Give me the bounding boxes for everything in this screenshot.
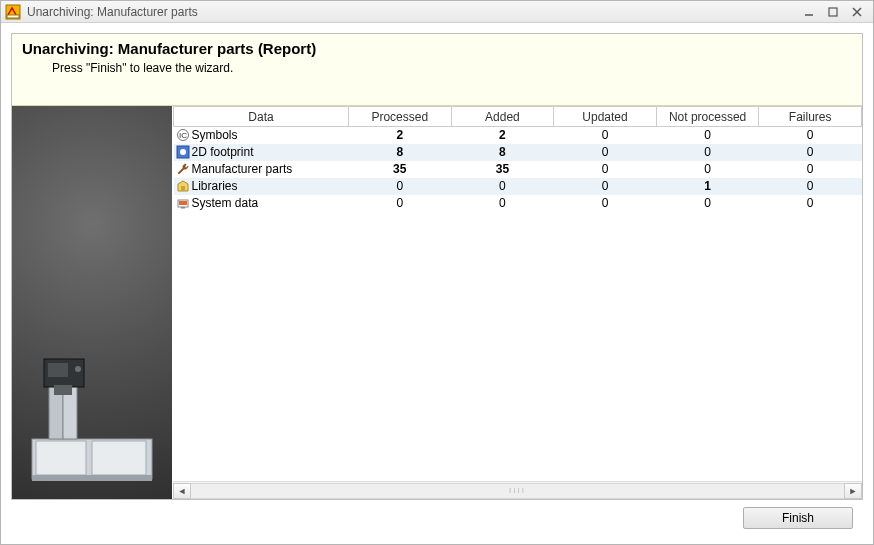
titlebar: Unarchiving: Manufacturer parts — [1, 1, 873, 23]
right-area: DataProcessedAddedUpdatedNot processedFa… — [172, 106, 862, 499]
row-label: Symbols — [192, 128, 238, 142]
value-cell: 0 — [554, 195, 657, 212]
data-cell: 2D footprint — [174, 144, 349, 161]
column-header[interactable]: Not processed — [656, 107, 759, 127]
svg-rect-15 — [54, 385, 72, 395]
value-cell: 2 — [451, 127, 554, 144]
value-cell: 0 — [554, 144, 657, 161]
row-label: 2D footprint — [192, 145, 254, 159]
app-icon — [5, 4, 21, 20]
main-area: DataProcessedAddedUpdatedNot processedFa… — [12, 106, 862, 499]
svg-point-14 — [75, 366, 81, 372]
table-row[interactable]: System data00000 — [174, 195, 862, 212]
table-row[interactable]: Manufacturer parts3535000 — [174, 161, 862, 178]
wrench-icon — [176, 162, 190, 176]
panel: Unarchiving: Manufacturer parts (Report)… — [11, 33, 863, 500]
finish-button[interactable]: Finish — [743, 507, 853, 529]
value-cell: 0 — [759, 144, 862, 161]
column-header[interactable]: Failures — [759, 107, 862, 127]
svg-rect-8 — [92, 441, 146, 475]
column-header[interactable]: Added — [451, 107, 554, 127]
value-cell: 0 — [759, 178, 862, 195]
scroll-track[interactable]: IIII — [191, 483, 844, 499]
row-label: System data — [192, 196, 259, 210]
value-cell: 0 — [349, 178, 452, 195]
svg-rect-9 — [32, 475, 152, 481]
maximize-button[interactable] — [821, 4, 845, 20]
value-cell: 0 — [451, 178, 554, 195]
table-row[interactable]: 2D footprint88000 — [174, 144, 862, 161]
svg-rect-23 — [181, 207, 185, 209]
column-header[interactable]: Data — [174, 107, 349, 127]
svg-rect-13 — [48, 363, 68, 377]
report-table: DataProcessedAddedUpdatedNot processedFa… — [173, 106, 862, 212]
side-image — [12, 106, 172, 499]
value-cell: 35 — [451, 161, 554, 178]
banner-subtitle: Press "Finish" to leave the wizard. — [22, 61, 852, 75]
grid-wrap: DataProcessedAddedUpdatedNot processedFa… — [173, 106, 862, 481]
svg-point-19 — [180, 149, 186, 155]
value-cell: 0 — [656, 161, 759, 178]
value-cell: 0 — [656, 144, 759, 161]
scroll-right-arrow[interactable]: ► — [844, 483, 862, 499]
horizontal-scrollbar[interactable]: ◄ IIII ► — [173, 481, 862, 499]
value-cell: 35 — [349, 161, 452, 178]
column-header[interactable]: Processed — [349, 107, 452, 127]
data-cell: Manufacturer parts — [174, 161, 349, 178]
scroll-left-arrow[interactable]: ◄ — [173, 483, 191, 499]
row-label: Manufacturer parts — [192, 162, 293, 176]
svg-rect-22 — [179, 201, 187, 205]
machine-image — [24, 349, 160, 489]
value-cell: 2 — [349, 127, 452, 144]
value-cell: 1 — [656, 178, 759, 195]
value-cell: 0 — [349, 195, 452, 212]
minimize-button[interactable] — [797, 4, 821, 20]
data-cell: System data — [174, 195, 349, 212]
content: Unarchiving: Manufacturer parts (Report)… — [1, 23, 873, 544]
row-label: Libraries — [192, 179, 238, 193]
value-cell: 0 — [759, 161, 862, 178]
value-cell: 0 — [656, 127, 759, 144]
table-row[interactable]: Libraries00010 — [174, 178, 862, 195]
value-cell: 0 — [759, 127, 862, 144]
banner: Unarchiving: Manufacturer parts (Report)… — [12, 34, 862, 106]
table-row[interactable]: ICSymbols22000 — [174, 127, 862, 144]
wizard-window: Unarchiving: Manufacturer parts Unarchiv… — [0, 0, 874, 545]
svg-rect-7 — [36, 441, 86, 475]
window-title: Unarchiving: Manufacturer parts — [27, 5, 198, 19]
close-button[interactable] — [845, 4, 869, 20]
footprint-icon — [176, 145, 190, 159]
value-cell: 8 — [349, 144, 452, 161]
value-cell: 0 — [656, 195, 759, 212]
value-cell: 8 — [451, 144, 554, 161]
library-icon — [176, 179, 190, 193]
svg-rect-3 — [829, 8, 837, 16]
system-icon — [176, 196, 190, 210]
footer: Finish — [11, 500, 863, 536]
svg-text:IC: IC — [179, 131, 187, 140]
data-cell: ICSymbols — [174, 127, 349, 144]
value-cell: 0 — [451, 195, 554, 212]
data-cell: Libraries — [174, 178, 349, 195]
svg-rect-1 — [7, 15, 19, 18]
column-header[interactable]: Updated — [554, 107, 657, 127]
value-cell: 0 — [759, 195, 862, 212]
value-cell: 0 — [554, 178, 657, 195]
symbol-icon: IC — [176, 128, 190, 142]
banner-title: Unarchiving: Manufacturer parts (Report) — [22, 40, 852, 57]
svg-rect-20 — [181, 186, 185, 191]
value-cell: 0 — [554, 161, 657, 178]
value-cell: 0 — [554, 127, 657, 144]
